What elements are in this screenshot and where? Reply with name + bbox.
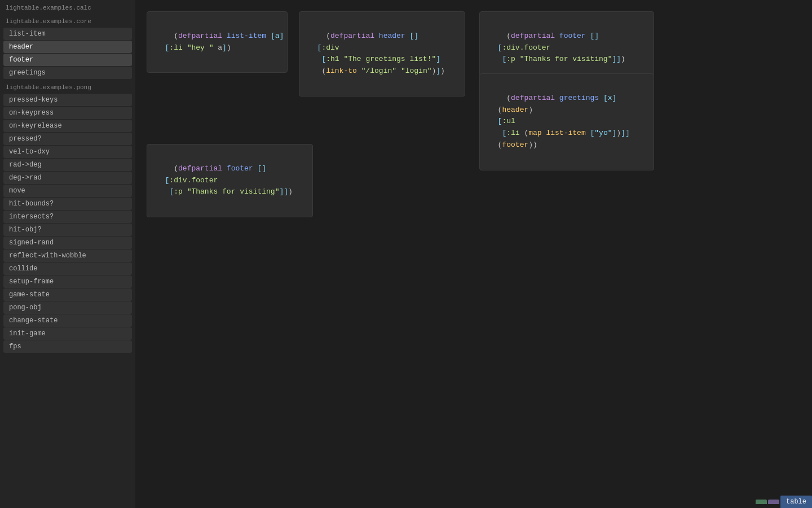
sidebar-item-move[interactable]: move [3, 185, 132, 197]
sidebar-item-footer[interactable]: footer [3, 54, 132, 66]
main-canvas: (defpartial list-item [a] [:li "hey " a]… [135, 0, 812, 508]
sidebar-item-hit-bounds[interactable]: hit-bounds? [3, 198, 132, 210]
sidebar-item-deg-rad[interactable]: deg->rad [3, 172, 132, 184]
code-card-list-item[interactable]: (defpartial list-item [a] [:li "hey " a]… [147, 11, 288, 73]
bottom-bar: table [756, 496, 812, 508]
sidebar-item-on-keyrelease[interactable]: on-keyrelease [3, 120, 132, 132]
sidebar-item-vel-to-dxy[interactable]: vel-to-dxy [3, 146, 132, 158]
sidebar-item-list-item[interactable]: list-item [3, 28, 132, 40]
sidebar-item-setup-frame[interactable]: setup-frame [3, 275, 132, 288]
sidebar-item-header[interactable]: header [3, 41, 132, 53]
sidebar-item-init-game[interactable]: init-game [3, 327, 132, 340]
bottom-tag-table[interactable]: table [780, 496, 812, 508]
bottom-tag-purple [768, 500, 779, 504]
sidebar-group-pong: lightable.examples.pong [0, 80, 135, 93]
sidebar-item-change-state[interactable]: change-state [3, 314, 132, 327]
sidebar-item-intersects[interactable]: intersects? [3, 211, 132, 223]
sidebar-item-hit-obj[interactable]: hit-obj? [3, 224, 132, 236]
sidebar-group-core: lightable.examples.core [0, 14, 135, 27]
bottom-tag-green [756, 500, 767, 504]
sidebar-item-signed-rand[interactable]: signed-rand [3, 237, 132, 249]
sidebar-item-pong-obj[interactable]: pong-obj [3, 301, 132, 314]
sidebar-group-calc: lightable.examples.calc [0, 0, 135, 14]
code-card-footer-bottom[interactable]: (defpartial footer [] [:div.footer [:p "… [147, 144, 313, 217]
sidebar-item-fps[interactable]: fps [3, 340, 132, 353]
sidebar-item-on-keypress[interactable]: on-keypress [3, 107, 132, 119]
sidebar-item-collide[interactable]: collide [3, 262, 132, 275]
code-card-header[interactable]: (defpartial header [] [:div [:h1 "The gr… [299, 11, 465, 97]
sidebar-item-reflect-with-wobble[interactable]: reflect-with-wobble [3, 249, 132, 262]
sidebar-item-pressed-keys[interactable]: pressed-keys [3, 94, 132, 106]
sidebar-item-game-state[interactable]: game-state [3, 288, 132, 301]
sidebar-item-pressed[interactable]: pressed? [3, 133, 132, 145]
sidebar-item-rad-deg[interactable]: rad->deg [3, 159, 132, 171]
sidebar: lightable.examples.calc lightable.exampl… [0, 0, 135, 508]
code-card-greetings[interactable]: (defpartial greetings [x] (header) [:ul … [479, 73, 654, 170]
sidebar-item-greetings[interactable]: greetings [3, 67, 132, 79]
